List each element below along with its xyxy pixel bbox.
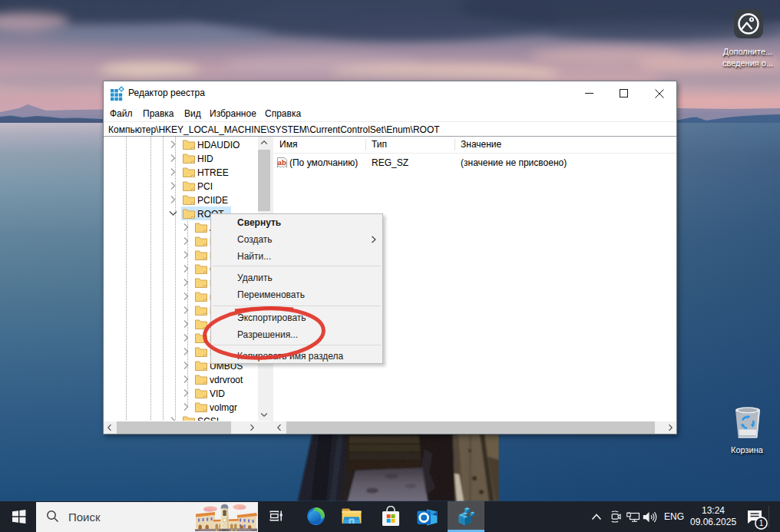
svg-text:1: 1 [759,519,764,527]
svg-text:ab: ab [278,158,286,167]
